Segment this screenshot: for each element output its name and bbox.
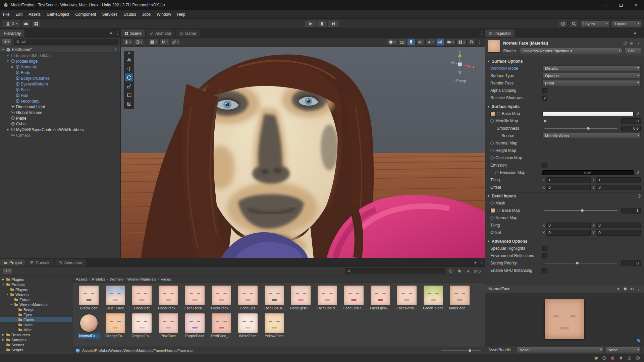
scene-visibility-button[interactable] — [436, 39, 444, 46]
hierarchy-item-face[interactable]: Face — [0, 87, 120, 93]
collapse-arrow-icon[interactable]: ▼ — [1, 48, 5, 51]
gpu-instancing-checkbox[interactable] — [542, 268, 547, 273]
overlay-handle-icon[interactable]: ☰ — [128, 52, 130, 56]
base-map-texture-chip[interactable] — [490, 111, 495, 116]
project-menu-icon[interactable]: ⋮ — [479, 258, 485, 266]
asset-facenorm[interactable]: FaceNorm... — [394, 286, 420, 311]
offset-x-field[interactable]: 0 — [546, 185, 591, 190]
smoothness-slider[interactable] — [544, 126, 618, 131]
hierarchy-search-input[interactable]: All — [14, 39, 118, 45]
hierarchy-item-body[interactable]: Body — [0, 70, 120, 75]
surface-type-dropdown[interactable]: Opaque — [542, 73, 641, 79]
hierarchy-item-improvedmodelmain[interactable]: ▶ImprovedModelMain — [0, 53, 120, 58]
expand-arrow-icon[interactable]: ▶ — [1, 333, 5, 336]
menu-edit[interactable]: Edit — [12, 10, 25, 19]
base-color-field[interactable] — [542, 111, 634, 116]
rect-tool-button[interactable] — [125, 91, 133, 99]
collapse-arrow-icon[interactable]: ▼ — [9, 303, 13, 306]
preview-menu-icon[interactable]: ⋮ — [637, 286, 641, 292]
sorting-priority-value-field[interactable]: 0 — [621, 260, 641, 266]
project-search-input[interactable] — [345, 268, 445, 274]
detail-offset-x-field[interactable]: 0 — [546, 230, 591, 236]
gizmo-menu-arrow-icon[interactable]: ‹ — [454, 79, 455, 83]
texture-slot-icon[interactable] — [490, 201, 494, 205]
texture-slot-icon[interactable] — [497, 112, 500, 115]
maximize-button[interactable] — [613, 0, 629, 10]
asset-facefreck[interactable]: FaceFreck... — [208, 286, 234, 311]
workflow-mode-dropdown[interactable]: Metallic — [542, 65, 641, 71]
slider-thumb[interactable] — [581, 209, 584, 212]
progress-icon[interactable] — [627, 356, 632, 360]
hierarchy-menu-icon[interactable]: ⋮ — [114, 28, 120, 37]
create-asset-button[interactable]: + ▾ — [3, 268, 12, 274]
asset-yellowface[interactable]: YellowFace — [261, 313, 287, 339]
preview-model-icon[interactable] — [623, 287, 627, 291]
scene-lighting-button[interactable] — [407, 39, 415, 46]
saved-searches-button[interactable]: ★ — [465, 268, 472, 275]
asset-green-face[interactable]: Green_Face — [420, 286, 446, 311]
sorting-priority-slider[interactable] — [544, 260, 618, 266]
asset-purpleface[interactable]: PurpleFace — [182, 313, 208, 339]
detail-base-map-slider[interactable] — [544, 208, 618, 213]
play-button[interactable] — [305, 20, 316, 27]
asset-whiteface[interactable]: WhiteFace — [235, 313, 261, 339]
scene-menu-icon[interactable]: ⋮ — [114, 47, 120, 52]
expand-arrow-icon[interactable]: ▶ — [1, 278, 5, 281]
tab-game[interactable]: Game — [176, 29, 200, 37]
eyedropper-icon[interactable] — [635, 112, 641, 116]
scene-audio-button[interactable] — [416, 39, 424, 46]
detail-inputs-foldout[interactable]: ▼Detail Inputs — [485, 192, 644, 199]
cloud-button[interactable] — [22, 20, 31, 27]
grid-visibility-button[interactable]: ▾ — [148, 39, 158, 46]
tab-project[interactable]: Project — [0, 259, 26, 266]
assetbundle-variant-dropdown[interactable]: None — [606, 347, 641, 353]
texture-slot-icon[interactable] — [490, 156, 494, 160]
breadcrumb-faces[interactable]: Faces — [161, 277, 171, 281]
project-folder-hairs[interactable]: Hairs — [0, 322, 72, 327]
project-folder-women[interactable]: ▼Women — [0, 292, 72, 297]
environment-reflections-checkbox[interactable] — [542, 253, 547, 258]
breadcrumb-women[interactable]: Women — [110, 277, 123, 281]
hierarchy-item-secondary[interactable]: secondary — [0, 98, 120, 104]
surface-inputs-foldout[interactable]: ▼Surface Inputs — [485, 103, 644, 110]
hierarchy-item-testscene[interactable]: ▼TestScene*⋮ — [0, 47, 120, 53]
scene-2d-toggle[interactable]: 2D — [398, 39, 406, 46]
slider-thumb[interactable] — [576, 261, 579, 265]
texture-slot-icon[interactable] — [490, 149, 494, 152]
menu-services[interactable]: Services — [99, 10, 120, 19]
asset-orangefa[interactable]: OrangeFa... — [102, 313, 128, 339]
breadcrumb-womenmaterials[interactable]: WomenMaterials — [127, 277, 156, 281]
create-object-button[interactable]: + ▾ — [2, 39, 12, 45]
trophy-icon[interactable] — [594, 356, 598, 360]
expand-arrow-icon[interactable]: ▶ — [6, 128, 10, 131]
metallic-slider[interactable] — [544, 118, 618, 124]
account-button[interactable]: X ▾ — [3, 20, 20, 27]
tab-hierarchy[interactable]: Hierarchy — [0, 29, 25, 37]
asset-facelipspi[interactable]: FaceLipsPi... — [314, 286, 340, 311]
eyedropper-icon[interactable] — [635, 171, 641, 175]
scene-gizmo[interactable]: y x ‹ — [444, 51, 476, 83]
alpha-clipping-checkbox[interactable] — [542, 88, 547, 93]
hierarchy-item-cube[interactable]: Cube — [0, 121, 120, 127]
hierarchy-item-bodyforclothes[interactable]: BodyForClothes — [0, 75, 120, 81]
hierarchy-item-directional-light[interactable]: Directional Light — [0, 104, 120, 110]
search-by-label-button[interactable] — [456, 268, 463, 275]
help-icon[interactable] — [623, 41, 627, 45]
tab-animation[interactable]: Animation — [55, 259, 86, 266]
hierarchy-item-armature[interactable]: ▶Armature — [0, 64, 120, 70]
thumbnail-zoom-slider[interactable] — [441, 348, 481, 353]
project-folder-players[interactable]: Players — [0, 287, 72, 292]
render-face-dropdown[interactable]: Front — [542, 80, 641, 86]
asset-normalfa[interactable]: NormalFa... — [76, 313, 102, 339]
texture-slot-icon[interactable] — [495, 171, 498, 174]
expand-arrow-icon[interactable]: ▶ — [1, 338, 5, 341]
hierarchy-item-global-volume[interactable]: Global Volume — [0, 110, 120, 115]
search-by-type-button[interactable] — [447, 268, 454, 275]
layers-dropdown[interactable]: Layers — [580, 20, 610, 27]
texture-slot-icon[interactable] — [490, 141, 494, 145]
advanced-options-foldout[interactable]: ▼Advanced Options — [485, 238, 644, 245]
hierarchy-item-plane[interactable]: Plane — [0, 115, 120, 121]
hierarchy-item-eyelashbottom[interactable]: EyelashBottom — [0, 81, 120, 87]
scene-viewport[interactable]: ☰ y x — [121, 47, 485, 258]
asset-facefreck[interactable]: FaceFreck... — [155, 286, 181, 311]
